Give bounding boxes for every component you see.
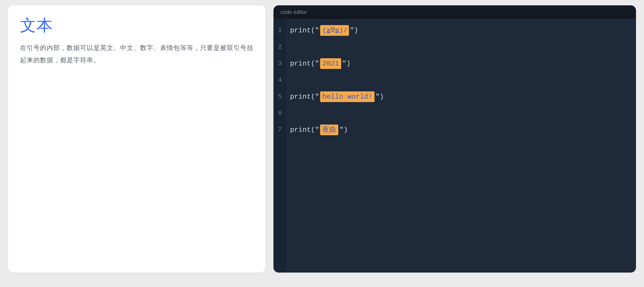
code-token-prefix: print(": [290, 22, 319, 39]
code-token-prefix: print(": [290, 122, 319, 138]
code-token-suffix: "): [376, 88, 384, 105]
code-token-suffix: "): [342, 55, 351, 72]
code-line[interactable]: print("hello world!"): [290, 88, 632, 105]
highlighted-string-content: hello world!: [320, 91, 374, 102]
line-number: 5: [273, 88, 286, 105]
code-area[interactable]: print("(≧∇≦)ﾉ")print("2021")print("hello…: [286, 19, 636, 273]
code-token-suffix: "): [339, 122, 348, 138]
main-container: 文本 在引号的内部，数据可以是英文、中文、数字、表情包等等，只要是被双引号括起来…: [8, 5, 636, 273]
code-line[interactable]: print("2021"): [290, 55, 632, 72]
code-token-prefix: print(": [290, 55, 319, 72]
line-number: 3: [273, 55, 286, 72]
code-token-prefix: print(": [290, 88, 319, 105]
line-number: 7: [273, 122, 286, 138]
code-line[interactable]: [290, 105, 632, 122]
panel-title: 文本: [20, 15, 253, 36]
line-number: 4: [273, 72, 286, 88]
highlighted-string-content: 2021: [320, 58, 341, 69]
line-number: 6: [273, 105, 286, 122]
code-line[interactable]: print("(≧∇≦)ﾉ"): [290, 22, 632, 39]
highlighted-string-content: (≧∇≦)ﾉ: [320, 25, 349, 36]
editor-header: code editor: [273, 5, 636, 19]
panel-description: 在引号的内部，数据可以是英文、中文、数字、表情包等等，只要是被双引号括起来的数据…: [20, 42, 253, 66]
code-line[interactable]: [290, 72, 632, 88]
code-editor-panel: code editor 1234567 print("(≧∇≦)ﾉ")print…: [273, 5, 636, 273]
line-number-gutter: 1234567: [273, 19, 286, 273]
explanation-panel: 文本 在引号的内部，数据可以是英文、中文、数字、表情包等等，只要是被双引号括起来…: [8, 5, 265, 273]
line-number: 1: [273, 22, 286, 39]
editor-header-label: code editor: [280, 9, 307, 15]
highlighted-string-content: 夜曲: [320, 125, 338, 135]
line-number: 2: [273, 39, 286, 55]
code-token-suffix: "): [350, 22, 358, 39]
editor-body[interactable]: 1234567 print("(≧∇≦)ﾉ")print("2021")prin…: [273, 19, 636, 273]
code-line[interactable]: [290, 39, 632, 55]
code-line[interactable]: print("夜曲"): [290, 122, 632, 138]
